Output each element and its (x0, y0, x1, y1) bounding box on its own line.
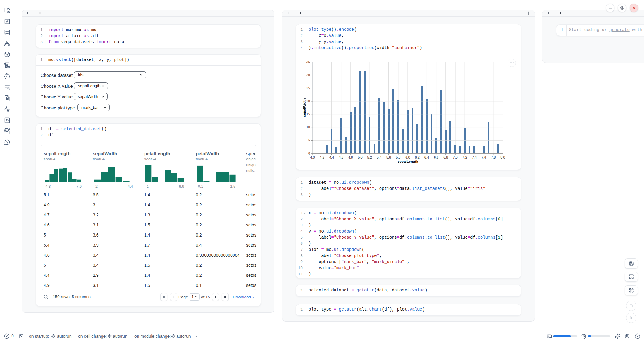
svg-text:5.0: 5.0 (358, 155, 362, 159)
svg-text:0: 0 (308, 151, 310, 155)
svg-text:6.6: 6.6 (434, 155, 438, 159)
svg-text:7.0: 7.0 (453, 155, 457, 159)
svg-text:7.4: 7.4 (472, 155, 477, 159)
svg-text:4.0: 4.0 (310, 155, 315, 159)
svg-text:sepalWidth: sepalWidth (302, 98, 306, 117)
svg-text:4.8: 4.8 (348, 155, 353, 159)
svg-text:5.4: 5.4 (377, 155, 381, 159)
svg-text:6.4: 6.4 (424, 155, 429, 159)
svg-text:6.2: 6.2 (415, 155, 420, 159)
svg-text:4.6: 4.6 (339, 155, 343, 159)
svg-text:4.4: 4.4 (329, 155, 334, 159)
svg-text:7.8: 7.8 (491, 155, 496, 159)
svg-text:35: 35 (306, 60, 310, 64)
svg-text:sepalLength: sepalLength (398, 160, 418, 163)
svg-text:10: 10 (306, 125, 310, 129)
svg-text:15: 15 (306, 112, 310, 116)
svg-text:6.0: 6.0 (405, 155, 410, 159)
svg-text:5.2: 5.2 (367, 155, 372, 159)
svg-text:8.0: 8.0 (500, 155, 505, 159)
svg-text:4.2: 4.2 (320, 155, 324, 159)
svg-text:5: 5 (308, 138, 310, 142)
svg-text:5.8: 5.8 (396, 155, 400, 159)
svg-text:7.6: 7.6 (481, 155, 486, 159)
svg-text:6.8: 6.8 (443, 155, 448, 159)
svg-text:7.2: 7.2 (463, 155, 467, 159)
svg-text:20: 20 (306, 99, 310, 103)
svg-text:30: 30 (306, 73, 310, 77)
svg-text:25: 25 (306, 86, 310, 90)
svg-text:5.6: 5.6 (386, 155, 391, 159)
